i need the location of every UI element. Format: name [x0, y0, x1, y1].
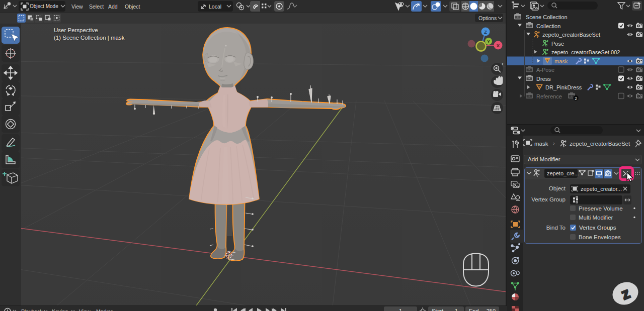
svg-text:mask: mask [554, 58, 568, 64]
svg-text:250: 250 [487, 308, 496, 311]
svg-text:End: End [469, 308, 479, 311]
svg-text:View: View [79, 308, 91, 311]
svg-text:Reference: Reference [536, 93, 562, 99]
svg-text:Bone Envelopes: Bone Envelopes [579, 234, 621, 240]
svg-text:Z: Z [484, 29, 487, 35]
svg-text:Multi Modifier: Multi Modifier [579, 215, 613, 221]
svg-text:Start: Start [432, 308, 443, 311]
svg-text:zepeto_creatorBaseSet.002: zepeto_creatorBaseSet.002 [551, 49, 620, 55]
svg-text:Vertex Group: Vertex Group [531, 196, 566, 202]
svg-text:X: X [497, 43, 500, 48]
svg-text:Pose: Pose [551, 41, 564, 47]
svg-text:A-Pose: A-Pose [536, 67, 554, 73]
svg-text:DR_PinkDress: DR_PinkDress [545, 84, 582, 90]
svg-text:Collection: Collection [536, 23, 560, 29]
svg-text:Preserve Volume: Preserve Volume [579, 205, 623, 212]
svg-text:zepeto_creator...: zepeto_creator... [581, 186, 622, 192]
svg-text:1: 1 [455, 308, 458, 311]
svg-text:Scene Collection: Scene Collection [526, 14, 568, 20]
svg-text:Playback: Playback [21, 308, 43, 311]
svg-text:Bind To: Bind To [546, 225, 566, 231]
svg-text:2: 2 [575, 96, 577, 101]
svg-text:Y: Y [487, 39, 490, 44]
svg-text:Dress: Dress [536, 76, 551, 82]
svg-text:Object: Object [549, 185, 566, 191]
svg-text:1: 1 [399, 308, 402, 311]
svg-text:zepeto_creatorBaseSet: zepeto_creatorBaseSet [542, 32, 600, 38]
svg-text:Vertex Groups: Vertex Groups [579, 225, 616, 231]
svg-text:zepeto_cre...: zepeto_cre... [547, 170, 579, 176]
svg-text:Keying: Keying [52, 308, 68, 311]
svg-text:Marker: Marker [96, 308, 113, 311]
